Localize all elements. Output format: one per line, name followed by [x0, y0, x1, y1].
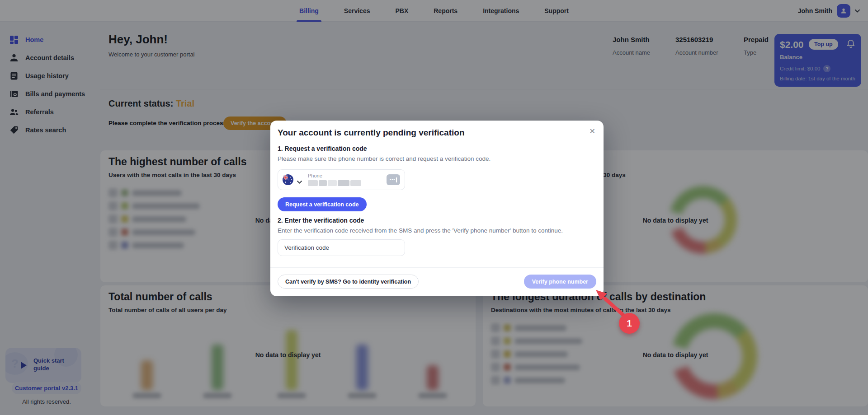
redacted-phone-number — [308, 180, 361, 186]
chevron-down-icon[interactable] — [297, 177, 302, 186]
step1-heading: 1. Request a verification code — [278, 145, 367, 152]
text-cursor-icon: ••• — [387, 174, 400, 185]
customer-portal-app: BillingServicesPBXReportsIntegrationsSup… — [0, 0, 868, 415]
step2-description: Enter the verification code received fro… — [278, 227, 563, 234]
modal-footer-divider — [270, 267, 604, 268]
country-flag-icon[interactable] — [283, 174, 293, 185]
phone-label: Phone — [308, 173, 322, 178]
request-code-button[interactable]: Request a verification code — [278, 197, 367, 211]
verify-phone-number-button[interactable]: Verify phone number — [524, 275, 596, 289]
verification-modal: Your account is currently pending verifi… — [270, 121, 604, 296]
verification-code-input[interactable] — [278, 239, 405, 256]
step1-description: Please make sure the phone number is cor… — [278, 155, 491, 162]
close-icon[interactable]: ✕ — [590, 127, 595, 136]
identity-verification-button[interactable]: Can't verify by SMS? Go to identity veri… — [278, 275, 419, 289]
modal-title: Your account is currently pending verifi… — [278, 128, 465, 138]
step2-heading: 2. Enter the verification code — [278, 217, 364, 224]
phone-input[interactable]: Phone ••• — [278, 169, 405, 190]
